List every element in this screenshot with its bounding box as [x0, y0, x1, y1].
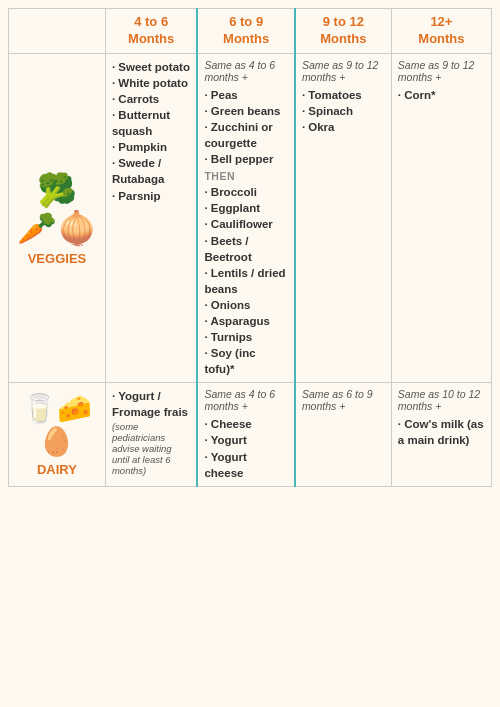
veggies-12plus: Same as 9 to 12 months + Corn*: [391, 53, 491, 383]
list-item: Cheese: [204, 416, 287, 432]
veggies-6to9: Same as 4 to 6 months + Peas Green beans…: [197, 53, 294, 383]
list-item: Lentils / dried beans: [204, 265, 287, 297]
same-as-note: Same as 6 to 9 months +: [302, 388, 385, 412]
header-12plus: 12+ Months: [391, 9, 491, 54]
list-item: Yogurt: [204, 432, 287, 448]
list-item: Spinach: [302, 103, 385, 119]
list-item: Carrots: [112, 91, 190, 107]
list-item: Bell pepper: [204, 151, 287, 167]
dairy-4to6: Yogurt / Fromage frais (some pediatricia…: [105, 383, 197, 486]
header-4to6: 4 to 6 Months: [105, 9, 197, 54]
dairy-9to12: Same as 6 to 9 months +: [295, 383, 391, 486]
list-item: Soy (inc tofu)*: [204, 345, 287, 377]
dairy-6to9: Same as 4 to 6 months + Cheese Yogurt Yo…: [197, 383, 294, 486]
list-item: Beets / Beetroot: [204, 233, 287, 265]
list-item: Butternut squash: [112, 107, 190, 139]
list-item: Yogurt / Fromage frais: [112, 388, 190, 420]
list-item: Onions: [204, 297, 287, 313]
dairy-icon: 🥛🧀🥚: [15, 392, 99, 458]
veggies-label: VEGGIES: [15, 251, 99, 266]
then-label: THEN: [204, 170, 287, 182]
list-item: Broccoli: [204, 184, 287, 200]
list-item: Corn*: [398, 87, 485, 103]
list-item: Tomatoes: [302, 87, 385, 103]
list-item: Asparagus: [204, 313, 287, 329]
same-as-note: Same as 4 to 6 months +: [204, 59, 287, 83]
dairy-category: 🥛🧀🥚 DAIRY: [9, 383, 106, 486]
list-item: Green beans: [204, 103, 287, 119]
veggies-9to12: Same as 9 to 12 months + Tomatoes Spinac…: [295, 53, 391, 383]
dairy-note: (some pediatricians advise waiting until…: [112, 421, 190, 476]
header-9to12: 9 to 12 Months: [295, 9, 391, 54]
list-item: Yogurt cheese: [204, 449, 287, 481]
list-item: Peas: [204, 87, 287, 103]
list-item: Swede / Rutabaga: [112, 155, 190, 187]
veggies-icon: 🥦🥕🧅: [15, 171, 99, 247]
same-as-note: Same as 9 to 12 months +: [302, 59, 385, 83]
list-item: Cow's milk (as a main drink): [398, 416, 485, 448]
list-item: Cauliflower: [204, 216, 287, 232]
veggies-4to6: Sweet potato White potato Carrots Butter…: [105, 53, 197, 383]
same-as-note: Same as 10 to 12 months +: [398, 388, 485, 412]
header-category: [9, 9, 106, 54]
dairy-label: DAIRY: [15, 462, 99, 477]
veggies-category: 🥦🥕🧅 VEGGIES: [9, 53, 106, 383]
header-6to9: 6 to 9 Months: [197, 9, 294, 54]
list-item: Pumpkin: [112, 139, 190, 155]
list-item: Eggplant: [204, 200, 287, 216]
list-item: Okra: [302, 119, 385, 135]
list-item: Sweet potato: [112, 59, 190, 75]
same-as-note: Same as 4 to 6 months +: [204, 388, 287, 412]
list-item: Parsnip: [112, 188, 190, 204]
dairy-12plus: Same as 10 to 12 months + Cow's milk (as…: [391, 383, 491, 486]
list-item: White potato: [112, 75, 190, 91]
list-item: Turnips: [204, 329, 287, 345]
same-as-note: Same as 9 to 12 months +: [398, 59, 485, 83]
page: 4 to 6 Months 6 to 9 Months 9 to 12 Mont…: [0, 0, 500, 707]
list-item: Zucchini or courgette: [204, 119, 287, 151]
